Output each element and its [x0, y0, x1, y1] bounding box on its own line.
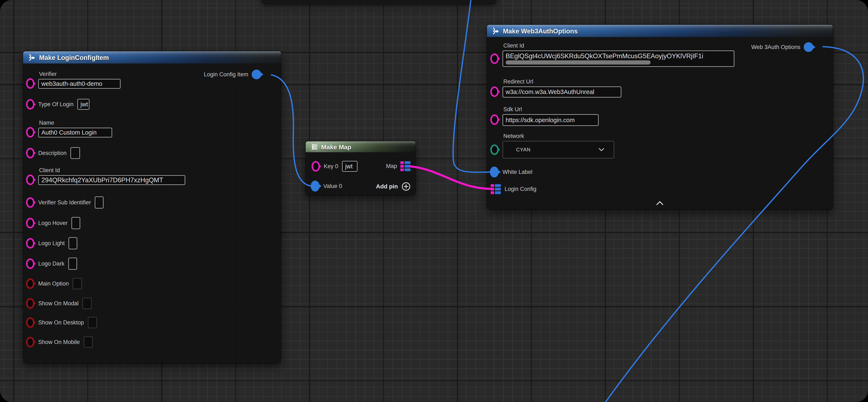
wire-map-to-login-config — [410, 166, 492, 189]
pin-client-id[interactable] — [490, 53, 499, 64]
client-id-input[interactable]: 294QRkchfq2YaXUbPri7D6PH7xzHgQMT — [38, 175, 185, 185]
verifier-sub-identifier-input[interactable] — [95, 196, 103, 208]
pin-row-show-on-desktop: Show On Desktop — [26, 317, 97, 328]
collapse-node-chevron-icon[interactable] — [656, 201, 663, 205]
pin-web3auth-options-output[interactable] — [804, 42, 813, 52]
pin-verifier-sub-identifier[interactable] — [26, 197, 34, 208]
pin-label: Main Option — [38, 281, 69, 287]
pin-map-output[interactable] — [400, 161, 410, 171]
pin-key-0[interactable] — [312, 161, 320, 172]
pin-show-on-modal[interactable] — [26, 298, 34, 309]
pin-logo-hover[interactable] — [26, 218, 34, 228]
pin-redirect-url[interactable] — [490, 86, 499, 97]
pin-row-key-0: Key 0 jwt — [312, 161, 358, 172]
pin-label: Show On Mobile — [38, 339, 80, 345]
show-on-mobile-checkbox[interactable] — [84, 336, 93, 348]
blueprint-graph-canvas[interactable]: Make LoginConfigItem Verifier web3auth-a… — [0, 0, 868, 402]
node-header-make-map[interactable]: Make Map — [306, 141, 415, 152]
pin-row-redirect-url: Redirect Url w3a://com.w3a.Web3AuthUnrea… — [490, 79, 621, 97]
pin-row-verifier-sub-identifier: Verifier Sub Identifier — [26, 197, 103, 208]
add-pin-label: Add pin — [376, 183, 398, 190]
output-row-map: Map — [386, 161, 410, 171]
pin-label: Show On Modal — [38, 300, 79, 307]
pin-description[interactable] — [26, 148, 34, 158]
node-make-loginconfigitem[interactable]: Make LoginConfigItem Verifier web3auth-a… — [23, 51, 281, 363]
pin-label: Type Of Login — [38, 101, 73, 108]
client-id-scrollbar[interactable] — [506, 60, 651, 64]
logo-hover-input[interactable] — [71, 217, 80, 229]
verifier-input[interactable]: web3auth-auth0-demo — [38, 79, 121, 89]
show-on-modal-checkbox[interactable] — [82, 298, 92, 309]
add-pin-button[interactable] — [401, 182, 411, 191]
pin-row-network: Network CYAN — [490, 133, 614, 159]
pin-login-config[interactable] — [491, 184, 501, 194]
output-label: Map — [386, 163, 397, 169]
node-header-make-loginconfigitem[interactable]: Make LoginConfigItem — [23, 51, 281, 63]
client-id-input[interactable]: BEglQSgt4cUWcj6SKRdu5QkOXTsePmMcusG5EAoy… — [502, 51, 735, 67]
pin-row-show-on-modal: Show On Modal — [26, 298, 92, 309]
pin-label: Logo Light — [38, 240, 65, 247]
output-row-login-config-item: Login Config Item — [204, 69, 261, 79]
logo-dark-input[interactable] — [68, 258, 77, 270]
pin-type-of-login[interactable] — [26, 99, 34, 110]
offscreen-node-shadow — [261, 0, 497, 5]
description-input[interactable] — [70, 147, 80, 159]
pin-row-client-id: Client Id 294QRkchfq2YaXUbPri7D6PH7xzHgQ… — [26, 167, 185, 185]
pin-show-on-mobile[interactable] — [26, 337, 34, 347]
pin-label: Show On Desktop — [38, 319, 84, 326]
chevron-down-icon — [598, 148, 604, 151]
pin-show-on-desktop[interactable] — [26, 317, 34, 328]
pin-row-type-of-login: Type Of Login jwt — [26, 98, 90, 110]
pin-login-config-item-output[interactable] — [252, 69, 261, 79]
show-on-desktop-checkbox[interactable] — [88, 317, 97, 328]
node-make-web3authoptions[interactable]: Make Web3AuthOptions Client Id BEglQSgt4… — [487, 25, 833, 209]
main-option-checkbox[interactable] — [73, 278, 82, 289]
pin-label: Key 0 — [324, 163, 338, 170]
pin-verifier[interactable] — [26, 78, 34, 89]
pin-row-show-on-mobile: Show On Mobile — [26, 336, 93, 348]
node-title: Make LoginConfigItem — [39, 54, 109, 62]
pin-row-white-label: White Label — [490, 166, 532, 178]
output-label: Web 3Auth Options — [751, 44, 800, 51]
pin-row-value-0: Value 0 — [311, 180, 342, 192]
pin-row-client-id: Client Id BEglQSgt4cUWcj6SKRdu5QkOXTsePm… — [490, 42, 735, 67]
redirect-url-input[interactable]: w3a://com.w3a.Web3AuthUnreal — [502, 86, 621, 97]
pin-sdk-url[interactable] — [490, 114, 499, 125]
pin-label: Name — [39, 120, 112, 126]
output-row-web3auth-options: Web 3Auth Options — [751, 42, 813, 52]
pin-label: Client Id — [39, 167, 185, 174]
pin-label: Verifier Sub Identifier — [38, 199, 91, 206]
add-pin-row: Add pin — [376, 182, 411, 191]
pin-row-logo-hover: Logo Hover — [26, 218, 80, 229]
node-make-map[interactable]: Make Map Key 0 jwt Value 0 Map Add pin — [306, 141, 415, 195]
pin-name[interactable] — [26, 127, 34, 138]
sdk-url-input[interactable]: https://sdk.openlogin.com — [502, 114, 599, 126]
type-of-login-input[interactable]: jwt — [77, 99, 90, 110]
pin-label: Redirect Url — [503, 79, 621, 85]
key-0-input[interactable]: jwt — [342, 161, 358, 172]
node-header-make-web3authoptions[interactable]: Make Web3AuthOptions — [487, 25, 833, 37]
pin-logo-light[interactable] — [26, 238, 34, 249]
pin-row-name: Name Auth0 Custom Login — [26, 120, 112, 138]
name-input[interactable]: Auth0 Custom Login — [38, 127, 112, 138]
network-dropdown[interactable]: CYAN — [502, 141, 614, 159]
pin-white-label[interactable] — [490, 167, 499, 177]
pin-label: Verifier — [39, 71, 121, 77]
pin-row-logo-light: Logo Light — [26, 237, 77, 249]
pin-client-id[interactable] — [26, 174, 34, 185]
logo-light-input[interactable] — [68, 237, 77, 249]
pin-row-sdk-url: Sdk Url https://sdk.openlogin.com — [490, 106, 599, 126]
make-struct-icon — [28, 54, 36, 62]
node-title: Make Map — [321, 144, 351, 151]
make-map-icon — [310, 143, 318, 151]
pin-value-0[interactable] — [311, 181, 319, 192]
pin-label: Sdk Url — [503, 106, 599, 113]
pin-main-option[interactable] — [26, 278, 34, 289]
pin-row-login-config: Login Config — [491, 183, 536, 195]
pin-network[interactable] — [490, 144, 499, 155]
pin-label: Network — [503, 133, 614, 139]
pin-label: Description — [38, 150, 67, 156]
pin-logo-dark[interactable] — [26, 258, 34, 269]
node-title: Make Web3AuthOptions — [503, 28, 578, 35]
pin-row-description: Description — [26, 147, 80, 159]
